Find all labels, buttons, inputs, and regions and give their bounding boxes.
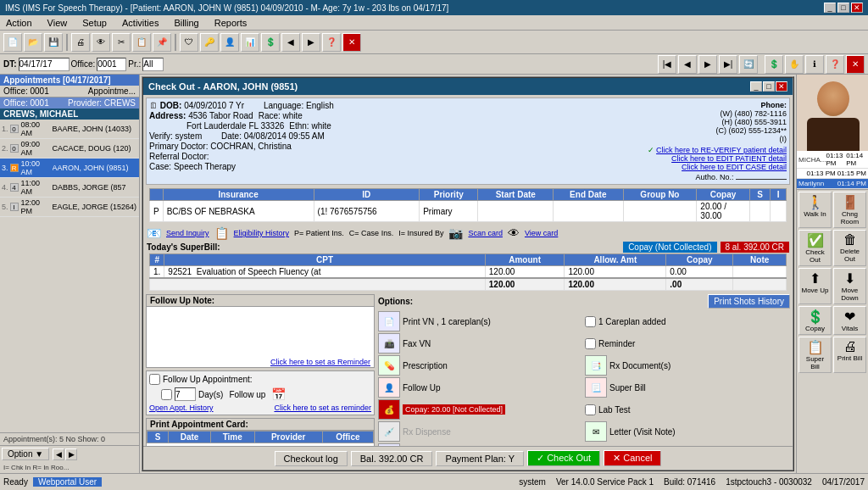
nav-prev[interactable]: ◀ [678,55,697,74]
reminder-checkbox[interactable] [585,338,596,349]
pr-input[interactable] [142,58,164,71]
right-appt-1[interactable]: MICHA... 01:13 PM 01:14 PM [797,151,868,169]
chart-btn[interactable]: 📊 [241,33,259,52]
option-letter[interactable]: ✉ Letter (Visit Note) [585,421,790,442]
edit-case-link[interactable]: Click here to EDIT CASE detail [682,163,787,171]
re-verify-link[interactable]: Click here to RE-VERIFY patient detail [656,146,787,154]
scan-link[interactable]: Scan card [468,229,503,237]
calendar-icon[interactable]: 📅 [271,387,286,401]
close-button[interactable]: ✕ [851,3,863,13]
print-shots-btn[interactable]: Print Shots History [708,294,790,309]
key-btn[interactable]: 🔑 [200,33,219,52]
set-reminder-link2[interactable]: Click here to set as reminder [274,404,371,412]
menu-setup[interactable]: Setup [80,17,109,29]
view-link[interactable]: View card [525,229,558,237]
print-btn[interactable]: 🖨 [71,33,90,52]
option-fax-vn[interactable]: 📠 Fax VN [378,333,583,354]
checkout-btn[interactable]: ✅ Check Out [798,230,832,266]
eligibility-link[interactable]: Eligibility History [234,229,290,237]
save-btn[interactable]: 💾 [44,33,63,52]
nav-info[interactable]: ℹ [805,55,824,74]
view-icon[interactable]: 👁 [508,226,520,240]
person-btn[interactable]: 👤 [220,33,239,52]
right-appt-2[interactable]: 01:13 PM 01:15 PM [797,169,868,179]
careplan-checkbox[interactable] [585,316,596,327]
send-inquiry-link[interactable]: Send Inquiry [166,229,209,237]
nav-close2[interactable]: ✕ [846,55,865,74]
delete-btn[interactable]: 🗑 Delete Out [833,230,866,266]
move-up-btn[interactable]: ⬆ Move Up [798,268,832,304]
shield-btn[interactable]: 🛡 [180,33,198,52]
appt-item-2[interactable]: 2. 0 09:00 AM CACACE, DOUG (120) [0,139,139,159]
lab-test-checkbox[interactable] [585,404,596,415]
vitals-btn[interactable]: ❤ Vitals [833,306,866,335]
appt-item-4[interactable]: 4. 4 11:00 AM DABBS, JORGE (857 [0,178,139,198]
preview-btn[interactable]: 👁 [92,33,110,52]
option-lab-test[interactable]: Lab Test [585,399,790,420]
menu-reports[interactable]: Reports [212,17,250,29]
back-btn[interactable]: ◀ [281,33,300,52]
dollar-btn[interactable]: 💲 [261,33,280,52]
option-rx-dispense[interactable]: 💉 Rx Dispense [378,421,583,442]
menu-billing[interactable]: Billing [171,17,201,29]
checkout-maximize[interactable]: □ [763,81,775,92]
option-rx-doc[interactable]: 📑 Rx Document(s) [585,355,790,376]
help-btn[interactable]: ❓ [322,33,341,52]
nav-help2[interactable]: ❓ [826,55,844,74]
checkout-log-btn[interactable]: Checkout log [275,451,348,466]
nav-hand[interactable]: ✋ [785,55,804,74]
payment-plan-btn[interactable]: Payment Plan: Y [436,451,524,466]
copay-right-btn[interactable]: 💲 Copay [798,306,832,335]
option-follow-up[interactable]: 👤 Follow Up [378,377,583,398]
move-down-btn[interactable]: ⬇ Move Down [833,268,866,304]
print-bill-btn[interactable]: 🖨 Print Bill [833,337,866,373]
nav-refresh[interactable]: 🔄 [739,55,758,74]
option-reminder[interactable]: Reminder [585,333,790,354]
chng-room-btn[interactable]: 🚪 Chng Room [833,192,866,228]
paste-btn[interactable]: 📌 [153,33,171,52]
send-inquiry-icon[interactable]: 📧 [147,226,161,240]
copy-btn[interactable]: 📋 [132,33,151,52]
nav-last[interactable]: ▶| [719,55,737,74]
checkout-minimize[interactable]: _ [750,81,762,92]
eligibility-icon[interactable]: 📋 [214,226,229,240]
check-out-btn[interactable]: ✓ Check Out [527,450,600,466]
set-reminder-link[interactable]: Click here to set as Reminder [270,358,370,366]
minimize-button[interactable]: _ [824,3,836,13]
nav-dollar[interactable]: 💲 [765,55,783,74]
menu-action[interactable]: Action [3,17,35,29]
appt-item-1[interactable]: 1. 0 08:00 AM BAARE, JOHN (14033) [0,120,139,139]
appt-item-3[interactable]: 3. R 10:00 AM AARON, JOHN (9851) [0,159,139,178]
nav-first[interactable]: |◀ [658,55,676,74]
follow-up-checkbox[interactable] [149,374,160,385]
option-super-bill[interactable]: 📃 Super Bill [585,377,790,398]
maximize-button[interactable]: □ [837,3,849,13]
new-btn[interactable]: 📄 [3,33,22,52]
checkout-close[interactable]: ✕ [776,81,787,92]
follow-up-note-textarea[interactable] [147,307,374,354]
nav-left[interactable]: ◀ [53,448,64,460]
bal-btn[interactable]: Bal. 392.00 CR [351,451,433,466]
cut-btn[interactable]: ✂ [112,33,131,52]
menu-activities[interactable]: Activities [120,17,161,29]
super-bill-right-btn[interactable]: 📋 Super Bill [798,337,832,373]
appt-item-5[interactable]: 5. I 12:00 PM EAGLE, JORGE (15264) [0,198,139,217]
cpt-row-1[interactable]: 1. 92521 Evaluation of Speech Fluency (a… [150,266,787,279]
nav-right[interactable]: ▶ [65,448,77,460]
office-input[interactable] [97,58,126,71]
walk-in-btn[interactable]: 🚶 Walk In [798,192,832,228]
nav-next[interactable]: ▶ [698,55,717,74]
follow-up-days-input[interactable] [175,387,196,401]
open-history-link[interactable]: Open Appt. History [149,404,214,412]
ins-row-1[interactable]: P BC/BS OF NEBRASKA (1! 7676575756 Prima… [150,201,787,222]
option-button[interactable]: Option ▼ [2,448,49,460]
cancel-btn[interactable]: ✕ Cancel [604,450,661,466]
forward-btn[interactable]: ▶ [302,33,320,52]
option-careplan[interactable]: 1 Careplan added [585,311,790,331]
option-copay[interactable]: 💰 Copay: 20.00 [Not Collected] [378,399,583,420]
scan-icon[interactable]: 📷 [448,226,463,240]
close-btn[interactable]: ✕ [342,33,361,52]
option-prescription[interactable]: 💊 Prescription [378,355,583,376]
follow-up-7day-checkbox[interactable] [161,389,172,400]
menu-view[interactable]: View [45,17,70,29]
